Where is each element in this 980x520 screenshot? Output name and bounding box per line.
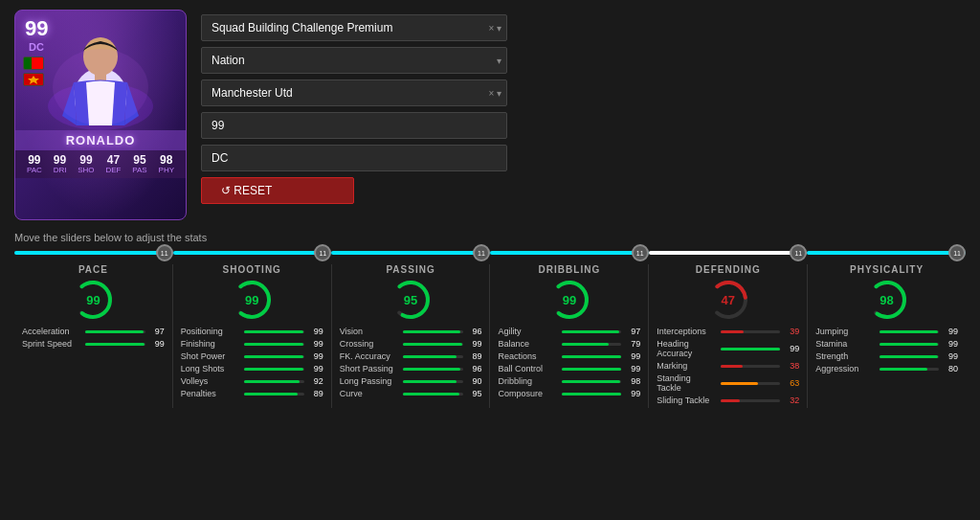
gauge-wrap-3: 99: [498, 279, 640, 321]
stat-bar-wrap-2-0: [403, 330, 462, 333]
stat-value-2-0: 96: [467, 327, 482, 336]
stat-name-5-1: Stamina: [815, 339, 875, 349]
stat-bar-wrap-3-2: [562, 355, 621, 358]
stat-column-defending: DEFENDING 47 Interceptions39Heading Accu…: [649, 264, 808, 408]
slider-defending[interactable]: 11: [649, 249, 808, 257]
slider-thumb-defending[interactable]: 11: [790, 244, 807, 261]
stat-bar-wrap-1-0: [244, 330, 303, 333]
card-stat-phy: 98 PHY: [159, 154, 174, 174]
nation-select[interactable]: Nation: [201, 47, 507, 74]
stat-value-3-4: 98: [625, 376, 640, 386]
stat-bar-5-0: [880, 330, 939, 333]
stat-name-2-4: Long Passing: [340, 376, 399, 386]
challenge-select-wrap: Squad Building Challenge Premium × ▾: [201, 14, 507, 41]
stat-name-2-3: Short Passing: [340, 364, 399, 373]
reset-button[interactable]: ↺ RESET: [201, 177, 354, 204]
stat-name-0-0: Acceleration: [22, 327, 81, 336]
gauge-value-5: 98: [880, 293, 893, 307]
stat-bar-1-3: [244, 368, 303, 371]
nation-select-wrap: Nation ▾: [201, 47, 507, 74]
stat-bar-1-1: [244, 343, 303, 346]
stat-value-4-3: 63: [784, 378, 799, 388]
stat-bar-3-3: [562, 368, 621, 371]
stat-bar-5-3: [880, 368, 927, 371]
stat-bar-2-1: [403, 343, 462, 346]
stat-line-1-0: Positioning99: [181, 327, 323, 336]
stat-name-1-3: Long Shots: [181, 364, 240, 373]
stat-value-4-0: 39: [784, 327, 799, 336]
stat-line-0-0: Acceleration97: [22, 327, 165, 336]
stat-line-3-1: Balance79: [498, 339, 640, 349]
stat-bar-4-0: [721, 330, 744, 333]
stat-name-3-4: Dribbling: [498, 376, 557, 386]
slider-passing[interactable]: 11: [331, 249, 490, 257]
nation-row: Nation ▾: [201, 47, 966, 74]
card-stat-sho: 99 SHO: [78, 154, 94, 174]
stat-bar-wrap-4-3: [721, 382, 780, 385]
stat-bar-1-0: [244, 330, 303, 333]
stat-bar-3-2: [562, 355, 621, 358]
stat-value-3-2: 99: [625, 351, 640, 361]
slider-thumb-physicality[interactable]: 11: [948, 244, 966, 261]
stat-name-3-2: Reactions: [498, 351, 557, 361]
stat-name-5-0: Jumping: [815, 327, 875, 336]
stat-name-3-0: Agility: [498, 327, 557, 336]
challenge-select[interactable]: Squad Building Challenge Premium: [201, 14, 507, 41]
stat-bar-3-1: [562, 343, 609, 346]
col-header-3: DRIBBLING 99: [498, 264, 640, 321]
stat-value-3-0: 97: [625, 327, 640, 336]
stat-line-5-1: Stamina99: [815, 339, 958, 349]
stat-name-3-5: Composure: [498, 389, 557, 398]
rating-input[interactable]: [201, 112, 507, 139]
stat-bar-wrap-3-5: [562, 393, 621, 396]
slider-thumb-passing[interactable]: 11: [473, 244, 490, 261]
filter-panel: Squad Building Challenge Premium × ▾ Nat…: [201, 10, 966, 220]
stat-line-2-5: Curve95: [340, 389, 482, 398]
stat-value-1-2: 99: [308, 351, 323, 361]
slider-track-pace: 11: [14, 251, 173, 255]
stat-line-2-0: Vision96: [340, 327, 482, 336]
player-image: [38, 25, 163, 130]
top-section: 99 DC: [14, 10, 966, 220]
gauge-wrap-1: 99: [181, 279, 323, 321]
stat-name-2-2: FK. Accuracy: [340, 351, 399, 361]
slider-thumb-shooting[interactable]: 11: [314, 244, 331, 261]
stat-bar-wrap-1-1: [244, 343, 303, 346]
challenge-row: Squad Building Challenge Premium × ▾: [201, 14, 966, 41]
stat-name-0-1: Sprint Speed: [22, 339, 81, 349]
stat-name-4-4: Sliding Tackle: [657, 396, 716, 405]
stat-bar-wrap-0-0: [85, 330, 145, 333]
stat-bar-2-0: [403, 330, 460, 333]
stat-value-5-2: 99: [943, 351, 958, 361]
gauge-4: 47: [707, 279, 749, 321]
stat-bar-wrap-5-3: [880, 368, 939, 371]
stat-line-5-0: Jumping99: [815, 327, 958, 336]
stat-name-1-1: Finishing: [181, 339, 240, 349]
col-header-1: SHOOTING 99: [181, 264, 323, 321]
stat-bar-wrap-4-1: [721, 348, 780, 350]
position-input[interactable]: [201, 145, 507, 171]
stat-line-1-2: Shot Power99: [181, 351, 323, 361]
stat-value-0-0: 97: [149, 327, 165, 336]
stat-name-2-0: Vision: [340, 327, 399, 336]
slider-physicality[interactable]: 11: [807, 249, 966, 257]
slider-shooting[interactable]: 11: [173, 249, 332, 257]
stat-name-4-1: Heading Accuracy: [657, 339, 716, 358]
slider-thumb-pace[interactable]: 11: [156, 244, 173, 261]
slider-thumb-dribbling[interactable]: 11: [632, 244, 649, 261]
stat-bar-wrap-2-4: [403, 380, 462, 383]
stat-line-3-4: Dribbling98: [498, 376, 640, 386]
stat-name-1-0: Positioning: [181, 327, 240, 336]
slider-dribbling[interactable]: 11: [490, 249, 649, 257]
gauge-value-4: 47: [721, 293, 734, 307]
stat-bar-wrap-1-4: [244, 380, 303, 383]
stat-bar-wrap-2-5: [403, 393, 462, 396]
stat-bar-wrap-2-2: [403, 355, 462, 358]
gauge-wrap-2: 95: [340, 279, 482, 321]
slider-pace[interactable]: 11: [14, 249, 173, 257]
stat-line-2-4: Long Passing90: [340, 376, 482, 386]
stat-bar-wrap-3-1: [562, 343, 621, 346]
stat-bar-wrap-0-1: [85, 343, 145, 346]
club-select[interactable]: Manchester Utd: [201, 79, 507, 106]
stat-bar-2-4: [403, 380, 457, 383]
